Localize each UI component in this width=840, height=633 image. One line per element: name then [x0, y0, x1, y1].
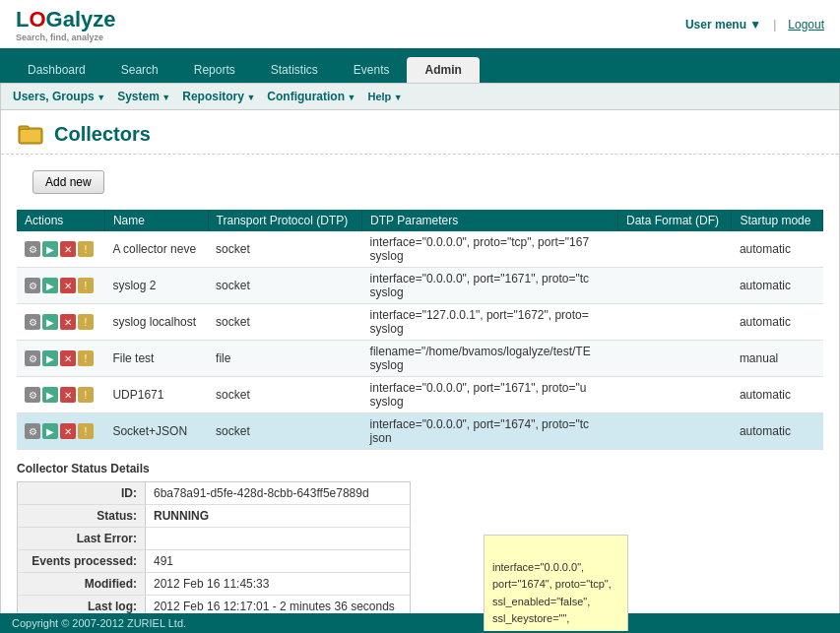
table-row[interactable]: ⚙ ▶ ✕ ! syslog localhostsocketinterface=… [17, 304, 823, 341]
tab-reports[interactable]: Reports [176, 57, 253, 83]
tab-events[interactable]: Events [336, 57, 408, 83]
tab-statistics[interactable]: Statistics [253, 57, 336, 83]
logo-subtitle: Search, find, analyze [16, 32, 116, 42]
page-title: Collectors [54, 123, 151, 146]
logo-bracket-open: L [16, 7, 29, 32]
cell-data_format [617, 377, 731, 413]
nav-configuration[interactable]: Configuration [267, 90, 355, 103]
table-row[interactable]: ⚙ ▶ ✕ ! UDP1671socketinterface="0.0.0.0"… [17, 377, 823, 413]
edit-icon[interactable]: ⚙ [25, 350, 40, 366]
status-row: Modified:2012 Feb 16 11:45:33 [18, 573, 411, 596]
status-value: 6ba78a91-d5fe-428d-8cbb-643ff5e7889d [146, 482, 411, 505]
actions-cell: ⚙ ▶ ✕ ! [17, 268, 104, 304]
status-icon[interactable]: ! [78, 314, 94, 330]
table-header-row: Actions Name Transport Protocol (DTP) DT… [17, 210, 823, 231]
cell-protocol: socket [208, 268, 362, 304]
status-value: RUNNING [146, 505, 411, 528]
status-icon[interactable]: ! [78, 241, 94, 257]
dtp-tooltip: interface="0.0.0.0", port="1674", proto=… [484, 535, 628, 631]
status-icon[interactable]: ! [78, 350, 94, 366]
cell-dtp_params: interface="0.0.0.0", port="1671", proto=… [362, 377, 618, 413]
edit-icon[interactable]: ⚙ [25, 387, 40, 403]
tab-admin[interactable]: Admin [407, 57, 479, 83]
cell-dtp_params: interface="0.0.0.0", port="1671", proto=… [362, 268, 618, 304]
cell-protocol: socket [208, 413, 362, 450]
cell-data_format [617, 231, 731, 268]
cell-data_format [617, 341, 731, 377]
status-row: Events processed:491 [18, 550, 411, 573]
svg-rect-2 [21, 130, 40, 142]
col-startup: Startup mode [732, 210, 823, 231]
nav-system[interactable]: System [117, 90, 170, 103]
delete-icon[interactable]: ✕ [60, 350, 76, 366]
cell-name: A collector neve [104, 231, 208, 268]
cell-protocol: socket [208, 231, 362, 268]
edit-icon[interactable]: ⚙ [25, 314, 40, 330]
edit-icon[interactable]: ⚙ [25, 241, 40, 257]
cell-name: Socket+JSON [104, 413, 208, 450]
start-icon[interactable]: ▶ [42, 241, 58, 257]
actions-cell: ⚙ ▶ ✕ ! [17, 377, 104, 413]
start-icon[interactable]: ▶ [42, 350, 58, 366]
actions-cell: ⚙ ▶ ✕ ! [17, 231, 104, 268]
edit-icon[interactable]: ⚙ [25, 423, 40, 439]
status-row: Status:RUNNING [18, 505, 411, 528]
cell-startup: automatic [732, 413, 823, 450]
page-icon [17, 120, 44, 148]
tab-dashboard[interactable]: Dashboard [10, 57, 103, 83]
status-icon[interactable]: ! [78, 278, 94, 293]
delete-icon[interactable]: ✕ [60, 314, 76, 330]
cell-protocol: socket [208, 304, 362, 341]
footer: Copyright © 2007-2012 ZURIEL Ltd. [0, 613, 840, 631]
logout-button[interactable]: Logout [788, 18, 824, 32]
nav-tabs: Dashboard Search Reports Statistics Even… [0, 51, 840, 83]
table-body: ⚙ ▶ ✕ ! A collector nevesocketinterface=… [17, 231, 823, 450]
nav-users-groups[interactable]: Users, Groups [13, 90, 105, 103]
cell-protocol: file [208, 341, 362, 377]
status-icon[interactable]: ! [78, 387, 94, 403]
cell-dtp_params: interface="0.0.0.0", proto="tcp", port="… [362, 231, 618, 268]
delete-icon[interactable]: ✕ [60, 387, 76, 403]
delete-icon[interactable]: ✕ [60, 423, 76, 439]
status-label: ID: [18, 482, 146, 505]
cell-startup: automatic [732, 304, 823, 341]
start-icon[interactable]: ▶ [42, 278, 58, 293]
actions-cell: ⚙ ▶ ✕ ! [17, 413, 104, 450]
collectors-table: Actions Name Transport Protocol (DTP) DT… [17, 210, 823, 450]
status-table: ID:6ba78a91-d5fe-428d-8cbb-643ff5e7889dS… [17, 481, 411, 618]
cell-data_format [617, 413, 731, 450]
status-value: 491 [146, 550, 411, 573]
header-right: User menu ▼ | Logout [685, 18, 824, 32]
tab-search[interactable]: Search [103, 57, 176, 83]
col-dtp-params: DTP Parameters [362, 210, 618, 231]
start-icon[interactable]: ▶ [42, 314, 58, 330]
start-icon[interactable]: ▶ [42, 423, 58, 439]
status-label: Last Error: [18, 528, 146, 550]
status-icon[interactable]: ! [78, 423, 94, 439]
header: LOGalyze Search, find, analyze User menu… [0, 0, 840, 51]
table-row[interactable]: ⚙ ▶ ✕ ! A collector nevesocketinterface=… [17, 231, 823, 268]
header-divider: | [773, 18, 776, 32]
secondary-nav: Users, Groups System Repository Configur… [1, 84, 839, 110]
cell-dtp_params: interface="127.0.0.1", port="1672", prot… [362, 304, 618, 341]
user-menu-button[interactable]: User menu ▼ [685, 18, 761, 32]
table-row[interactable]: ⚙ ▶ ✕ ! Socket+JSONsocketinterface="0.0.… [17, 413, 823, 450]
cell-dtp_params: interface="0.0.0.0", port="1674", proto=… [362, 413, 618, 450]
delete-icon[interactable]: ✕ [60, 278, 76, 293]
cell-startup: automatic [732, 231, 823, 268]
delete-icon[interactable]: ✕ [60, 241, 76, 257]
status-label: Modified: [18, 573, 146, 596]
start-icon[interactable]: ▶ [42, 387, 58, 403]
table-wrapper: Actions Name Transport Protocol (DTP) DT… [1, 210, 839, 450]
table-row[interactable]: ⚙ ▶ ✕ ! File testfilefilename="/home/bva… [17, 341, 823, 377]
cell-startup: automatic [732, 268, 823, 304]
col-protocol: Transport Protocol (DTP) [208, 210, 362, 231]
add-new-button[interactable]: Add new [32, 170, 104, 194]
cell-name: syslog 2 [104, 268, 208, 304]
table-row[interactable]: ⚙ ▶ ✕ ! syslog 2socketinterface="0.0.0.0… [17, 268, 823, 304]
nav-repository[interactable]: Repository [182, 90, 255, 103]
nav-help[interactable]: Help [367, 91, 402, 102]
edit-icon[interactable]: ⚙ [25, 278, 40, 293]
toolbar: Add new [1, 155, 839, 210]
col-name: Name [104, 210, 208, 231]
